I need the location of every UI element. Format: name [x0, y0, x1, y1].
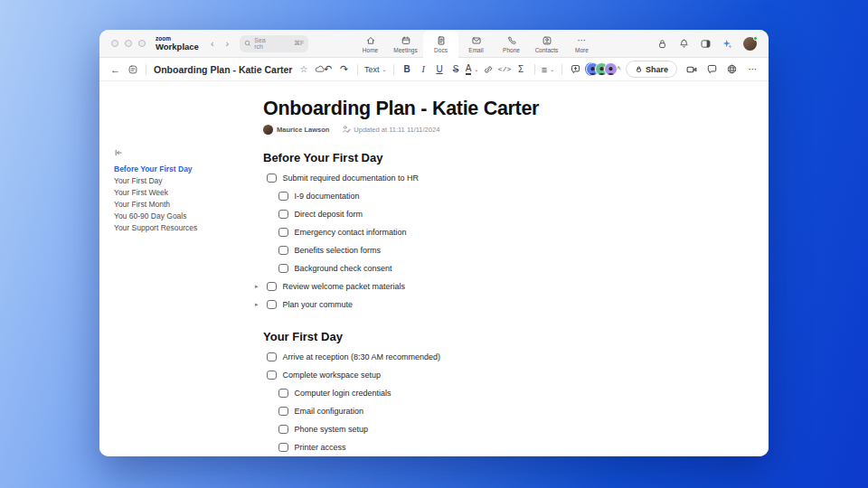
doc-toolbar: ← Onboarding Plan - Katie Carter ☆ ↶ ↷ T… [99, 58, 769, 81]
tab-email[interactable]: Email [458, 30, 494, 58]
checklist-item: ▸ Plan your commute [263, 296, 566, 314]
text-style-menu[interactable]: Text⌄ [364, 61, 387, 78]
outline-item[interactable]: Before Your First Day [114, 164, 250, 175]
outline-list: Before Your First Day Your First Day You… [114, 164, 250, 234]
checklist-item-label: Submit required documentation to HR [283, 174, 420, 183]
comment-button[interactable] [569, 61, 582, 78]
minimize-window-button[interactable] [125, 40, 132, 47]
format-toolbar: ↶ ↷ Text⌄ B I U S A⌄ </> Σ ≡⌄ [321, 61, 626, 78]
italic-button[interactable]: I [417, 61, 430, 78]
checklist-item: ▸ Review welcome packet materials [263, 277, 566, 296]
checkbox[interactable] [278, 192, 288, 202]
outline-item[interactable]: Your First Day [114, 175, 250, 187]
globe-icon[interactable] [726, 63, 738, 75]
checkbox[interactable] [278, 264, 288, 274]
checklist-item-label: Email configuration [295, 407, 364, 416]
updated-timestamp: Updated at 11:11 11/11/2024 [354, 126, 439, 134]
outline-item[interactable]: Your Support Resources [114, 222, 250, 234]
formula-button[interactable]: Σ [514, 61, 528, 78]
tab-home[interactable]: Home [353, 30, 388, 58]
outline-item[interactable]: Your First Week [114, 187, 250, 199]
checklist-item-label: Emergency contact information [295, 228, 407, 237]
sidebar-panel-icon[interactable] [700, 38, 712, 50]
tab-docs[interactable]: Docs [423, 30, 458, 58]
checklist-item: Direct deposit form [263, 205, 566, 223]
checklist-item-label: Benefits selection forms [295, 246, 382, 255]
home-icon [365, 35, 376, 46]
strikethrough-button[interactable]: S [449, 61, 463, 78]
docs-logo-icon[interactable] [127, 64, 138, 75]
checkbox[interactable] [267, 352, 277, 362]
ai-sparkle-icon[interactable] [722, 38, 733, 50]
favorite-star-icon[interactable]: ☆ [297, 61, 310, 78]
outline-item[interactable]: Your First Month [114, 199, 250, 211]
redo-icon[interactable]: ↷ [337, 61, 351, 78]
checklist-item: Arrive at reception (8:30 AM recommended… [263, 348, 566, 366]
bell-icon[interactable] [678, 38, 690, 50]
zoom-window-button[interactable] [138, 40, 146, 47]
share-button[interactable]: Share [626, 61, 677, 78]
doc-meta: Maurice Lawson Updated at 11:11 11/11/20… [263, 124, 566, 135]
checklist-item-label: Background check consent [295, 264, 392, 273]
doc-title: Onboarding Plan - Katie Carter [154, 64, 292, 75]
document-icon [436, 35, 447, 46]
user-avatar[interactable] [743, 37, 757, 51]
collaborator-avatars[interactable] [586, 62, 618, 76]
checkbox[interactable] [278, 228, 288, 238]
text-color-button[interactable]: A⌄ [466, 61, 479, 78]
expand-triangle-icon[interactable]: ▸ [255, 301, 259, 308]
checkbox[interactable] [267, 371, 277, 380]
search-icon [244, 40, 251, 47]
tab-contacts[interactable]: Contacts [529, 30, 564, 58]
tab-more[interactable]: ⋯ More [564, 30, 599, 58]
checklist-item: Benefits selection forms [263, 241, 566, 259]
checkbox[interactable] [278, 389, 288, 399]
checkbox[interactable] [278, 407, 288, 417]
checklist-item-label: Plan your commute [283, 300, 354, 309]
doc-back-button[interactable]: ← [108, 61, 122, 78]
checklist-item: Background check consent [263, 259, 566, 277]
traffic-lights [111, 40, 146, 47]
close-window-button[interactable] [111, 40, 118, 47]
nav-back-button[interactable]: ‹ [211, 38, 214, 49]
checkbox[interactable] [278, 425, 288, 435]
contacts-icon [542, 35, 552, 46]
search-input[interactable]: Search ⌘F [240, 35, 308, 52]
undo-icon[interactable]: ↶ [321, 61, 335, 78]
doc-content: Onboarding Plan - Katie Carter Maurice L… [263, 81, 566, 456]
checkbox[interactable] [267, 282, 277, 292]
lock-icon[interactable] [656, 38, 668, 50]
checkbox[interactable] [278, 246, 288, 256]
checklist-item-label: Computer login credentials [295, 389, 392, 398]
doc-section: Your First Day Arrive at reception (8:30… [263, 330, 566, 456]
collapse-outline-icon[interactable] [114, 148, 123, 157]
chevron-down-icon: ⌄ [474, 66, 478, 72]
person-silhouette-icon [606, 65, 616, 75]
bold-button[interactable]: B [401, 61, 414, 78]
tab-meetings[interactable]: Meetings [388, 30, 423, 58]
underline-button[interactable]: U [433, 61, 447, 78]
checklist-item: Phone system setup [263, 420, 566, 438]
nav-forward-button[interactable]: › [226, 38, 230, 49]
outline-item[interactable]: You 60-90 Day Goals [114, 211, 250, 222]
link-icon [483, 64, 494, 75]
more-options-icon[interactable]: ⋯ [746, 61, 760, 78]
app-window: zoom Workplace ‹ › Search ⌘F Home Meetin… [99, 30, 769, 456]
phone-icon [506, 35, 517, 46]
chat-bubble-icon[interactable] [706, 63, 718, 75]
checklist-item-label: Arrive at reception (8:30 AM recommended… [283, 352, 441, 361]
envelope-icon [471, 35, 482, 46]
checkbox[interactable] [278, 210, 288, 220]
checklist-item-label: Phone system setup [295, 425, 369, 434]
author-avatar [263, 125, 273, 135]
code-button[interactable]: </> [498, 61, 512, 78]
checkbox[interactable] [278, 443, 288, 453]
checklist-item: Email configuration [263, 402, 566, 420]
tab-phone[interactable]: Phone [494, 30, 529, 58]
list-menu[interactable]: ≡⌄ [542, 61, 555, 78]
video-camera-icon[interactable] [685, 63, 698, 76]
expand-triangle-icon[interactable]: ▸ [255, 283, 259, 290]
checkbox[interactable] [267, 174, 277, 183]
checkbox[interactable] [267, 300, 277, 310]
link-button[interactable] [482, 61, 495, 78]
